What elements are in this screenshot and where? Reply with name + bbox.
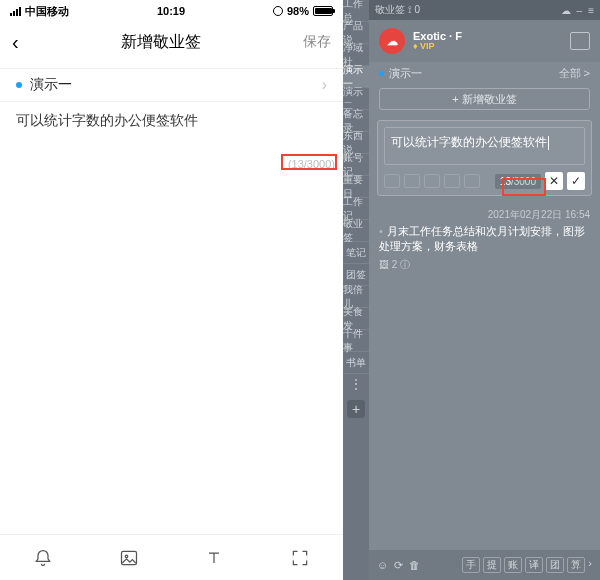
trash-icon[interactable]: 🗑 [409,559,420,572]
more-tabs-icon[interactable]: ⋮ [343,374,369,394]
tool-chip[interactable]: 手 [462,557,480,573]
signal-icon [10,7,21,16]
char-counter: 13/3000 [495,174,541,189]
calendar-icon[interactable] [570,32,590,50]
tool-chip[interactable]: 团 [546,557,564,573]
note-input[interactable]: 可以统计字数的办公便签软件 [384,127,585,165]
status-bar: 中国移动 10:19 98% [0,0,343,22]
confirm-button[interactable]: ✓ [567,172,585,190]
user-icon[interactable]: ☺ [377,559,388,572]
tool-chip[interactable]: 账 [504,557,522,573]
category-label: 演示一 [30,76,72,94]
vip-badge: ♦ VIP [413,42,462,52]
refresh-icon[interactable]: ⟳ [394,559,403,572]
note-body: 月末工作任务总结和次月计划安排，图形处理方案，财务表格 [379,225,585,252]
image-icon[interactable] [115,544,143,572]
back-button[interactable]: ‹ [12,31,19,54]
category-row[interactable]: 演示一 全部 > [369,62,600,84]
carrier-label: 中国移动 [25,4,69,19]
cloud-icon[interactable]: ☁ [561,5,571,16]
fullscreen-icon[interactable] [286,544,314,572]
tool-chip[interactable]: 译 [525,557,543,573]
side-tab-strip: 工作总产品说净域社演示一演示二备忘录东西说账号记重要日工作记敬业签笔记团签我倍儿… [343,0,369,580]
add-tab-button[interactable]: + [347,400,365,418]
status-time: 10:19 [157,5,185,17]
add-note-button[interactable]: + 新增敬业签 [379,88,590,110]
pin-icon[interactable]: ⟟ [408,4,415,15]
char-counter: (13/3000) [288,158,335,170]
chevron-right-icon[interactable]: › [588,557,592,573]
tool-attach-icon[interactable] [444,174,460,188]
bottom-bar: ☺ ⟳ 🗑 手提账译团算 › [369,550,600,580]
battery-label: 98% [287,5,309,17]
filter-all[interactable]: 全部 > [559,66,590,81]
save-button[interactable]: 保存 [303,33,331,51]
navbar: ‹ 新增敬业签 保存 [0,22,343,62]
user-bar: ☁ Exotic · F ♦ VIP [369,20,600,62]
side-tab[interactable]: 敬业签 [343,220,369,242]
note-item[interactable]: 2021年02月22日 16:54 •月末工作任务总结和次月计划安排，图形处理方… [369,202,600,280]
svg-point-1 [125,555,128,558]
tool-chip[interactable]: 算 [567,557,585,573]
desktop-pane: 工作总产品说净域社演示一演示二备忘录东西说账号记重要日工作记敬业签笔记团签我倍儿… [343,0,600,580]
bullet-icon [16,82,22,88]
cancel-button[interactable]: ✕ [545,172,563,190]
alarm-icon [273,6,283,16]
note-time: 2021年02月22日 16:54 [379,208,590,222]
note-meta: 🖼 2 ⓘ [379,258,590,272]
mobile-pane: 中国移动 10:19 98% ‹ 新增敬业签 保存 演示一 › 可以统计字数的办… [0,0,343,580]
side-tab[interactable]: 书单 [343,352,369,374]
avatar[interactable]: ☁ [379,28,405,54]
window-titlebar: 敬业签 ⟟ 0 ☁ – ≡ [369,0,600,20]
side-tab[interactable]: 笔记 [343,242,369,264]
category-name: 演示一 [389,66,422,81]
tool-color-icon[interactable] [464,174,480,188]
tool-repeat-icon[interactable] [404,174,420,188]
app-title: 敬业签 [375,4,405,15]
page-title: 新增敬业签 [121,32,201,53]
bullet-icon [379,71,384,76]
text-icon[interactable] [200,544,228,572]
note-textarea[interactable]: 可以统计字数的办公便签软件 [0,102,343,140]
bottom-toolbar [0,534,343,580]
tool-reminder-icon[interactable] [384,174,400,188]
title-badge: 0 [415,4,421,15]
minimize-icon[interactable]: – [577,5,583,16]
edit-card: 可以统计字数的办公便签软件 13/3000 ✕ ✓ [377,120,592,196]
category-picker[interactable]: 演示一 › [0,68,343,102]
tool-audio-icon[interactable] [424,174,440,188]
side-tab[interactable]: 十件事 [343,330,369,352]
svg-rect-0 [121,551,136,564]
chevron-right-icon: › [322,76,327,94]
battery-icon [313,6,333,16]
tool-chip[interactable]: 提 [483,557,501,573]
reminder-icon[interactable] [29,544,57,572]
menu-icon[interactable]: ≡ [588,5,594,16]
